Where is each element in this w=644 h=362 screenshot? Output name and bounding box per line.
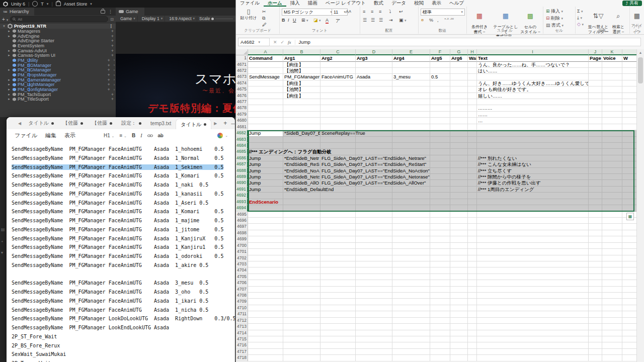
merge-center-icon[interactable]: ▣ ▾ [399, 18, 407, 23]
cell-A4708[interactable] [248, 293, 283, 299]
cell-C4707[interactable] [320, 287, 356, 293]
cell-A4715[interactable] [248, 336, 283, 342]
cell-L4698[interactable] [622, 230, 637, 236]
cell-I4717[interactable] [477, 349, 589, 355]
cell-H4676[interactable] [468, 93, 477, 99]
script-line[interactable]: SendMessageByName PM_FGManager FaceAnimU… [7, 191, 235, 200]
cell-H4691[interactable] [468, 187, 477, 193]
cell-C4694[interactable] [320, 205, 356, 211]
paste-button[interactable]: ▯ 貼り付け [240, 8, 257, 20]
cell-B4706[interactable] [283, 280, 320, 286]
cell-L4710[interactable] [622, 305, 637, 311]
cell-G4687[interactable] [450, 161, 468, 167]
cell-L4687[interactable] [622, 161, 637, 167]
cell-B4690[interactable]: *EndSideB_AllO [283, 180, 320, 186]
cell-K4717[interactable] [602, 349, 622, 355]
cell-E4704[interactable] [392, 267, 430, 274]
cell-I4691[interactable]: //*** 1周目のエンディング [477, 187, 589, 193]
row-header[interactable]: 4703 [236, 261, 248, 267]
cell-J4707[interactable] [589, 287, 602, 293]
cell-L4702[interactable] [622, 255, 637, 261]
cell-G4690[interactable] [450, 180, 468, 186]
cell-G4701[interactable] [450, 249, 468, 255]
cell-K4711[interactable] [602, 311, 622, 317]
cell-E4673[interactable]: 3_mesu [392, 74, 430, 80]
cell-B4703[interactable] [283, 261, 320, 267]
script-line[interactable]: SendMessageByName PM_FGManager FaceAnimU… [7, 227, 235, 236]
cell-A4698[interactable] [248, 230, 283, 236]
cell-H1[interactable]: Wait [468, 55, 477, 62]
cell-D4691[interactable] [356, 187, 392, 193]
menu-編集[interactable]: 編集 [45, 132, 56, 139]
add-object-button[interactable]: + ▾ [2, 17, 8, 22]
grow-font-icon[interactable]: A˄ [346, 9, 351, 14]
cell-H4671[interactable] [468, 62, 477, 68]
link-icon[interactable] [147, 134, 153, 138]
cell-A4696[interactable] [248, 218, 283, 224]
currency-icon[interactable]: ¤ [421, 18, 424, 23]
cell-J4674[interactable] [589, 80, 602, 86]
cell-G4717[interactable] [450, 349, 468, 355]
cell-K4703[interactable] [602, 261, 622, 267]
cell-H4678[interactable] [468, 105, 477, 111]
cell-J4712[interactable] [589, 318, 602, 324]
percent-icon[interactable]: % [429, 18, 433, 23]
cell-D4693[interactable] [356, 199, 392, 205]
cell-F4689[interactable] [430, 174, 450, 180]
row-header[interactable]: 4708 [236, 293, 248, 299]
account-name[interactable]: T [41, 2, 44, 7]
row-header[interactable]: 4706 [236, 280, 248, 286]
cell-E4706[interactable] [392, 280, 430, 286]
cell-F4681[interactable] [430, 124, 450, 130]
hierarchy-item-PM_CameraManager[interactable]: ▸PM_CameraManager+› [0, 77, 116, 82]
hierarchy-item-PM_ConfigManager[interactable]: ▸PM_ConfigManager+› [0, 87, 116, 92]
hierarchy-item-Canvas-System UI[interactable]: ▸Canvas-System UI+ [0, 53, 116, 58]
column-header-C[interactable]: C [320, 49, 356, 55]
cell-E4675[interactable] [392, 86, 430, 93]
cell-I4674[interactable]: うん、好き……ゆうくん大好き……ゆうくん愛してるよ？ [477, 80, 589, 86]
cell-F4708[interactable] [430, 293, 450, 299]
cell-G4678[interactable] [450, 105, 468, 111]
column-header-I[interactable]: I [477, 49, 589, 55]
cell-K4700[interactable] [602, 243, 622, 249]
row-header[interactable]: 4707 [236, 287, 248, 293]
cell-B4678[interactable] [283, 105, 320, 111]
column-header-G[interactable]: G [450, 49, 468, 55]
cell-D4714[interactable] [356, 330, 392, 336]
cell-C4692[interactable] [320, 193, 356, 199]
cell-H4713[interactable] [468, 324, 477, 330]
cell-C4683[interactable] [320, 137, 356, 143]
cell-B4692[interactable] [283, 193, 320, 199]
cell-E4671[interactable] [392, 62, 430, 68]
row-header[interactable]: 4711 [236, 311, 248, 317]
cell-B4711[interactable] [283, 311, 320, 317]
cell-D4679[interactable] [356, 112, 392, 118]
cell-F4671[interactable] [430, 62, 450, 68]
cell-A4678[interactable] [248, 105, 283, 111]
cell-D4708[interactable] [356, 293, 392, 299]
row-header[interactable]: 4680 [236, 118, 248, 124]
cell-F4684[interactable] [430, 143, 450, 149]
notepad-tab-1[interactable]: 【佐藤 [58, 117, 88, 129]
cell-I4679[interactable]: …… [477, 112, 589, 118]
row-header[interactable]: 4688 [236, 168, 248, 174]
font-color-icon[interactable]: A [326, 18, 329, 24]
cell-K4709[interactable] [602, 299, 622, 305]
chevron-right-icon[interactable]: › [114, 58, 116, 62]
cell-A4717[interactable] [248, 349, 283, 355]
cell-H4704[interactable] [468, 267, 477, 274]
cell-E4705[interactable] [392, 274, 430, 280]
cell-I4687[interactable]: //*** こんな女未練はない [477, 161, 589, 167]
cell-C4717[interactable] [320, 349, 356, 355]
account-avatar[interactable] [32, 1, 38, 7]
cell-F4710[interactable] [430, 305, 450, 311]
row-header[interactable]: 4714 [236, 330, 248, 336]
cell-F4717[interactable] [430, 349, 450, 355]
cell-J4678[interactable] [589, 105, 602, 111]
cell-L4718[interactable] [622, 355, 637, 361]
cell-G4691[interactable] [450, 187, 468, 193]
cell-B4672[interactable]: 【池間】 [283, 68, 320, 74]
hierarchy-item-Manageres[interactable]: ▸Manageres+ [0, 29, 116, 34]
cell-B4687[interactable]: *EndSideB_ReS [283, 161, 320, 167]
cell-F4698[interactable] [430, 230, 450, 236]
